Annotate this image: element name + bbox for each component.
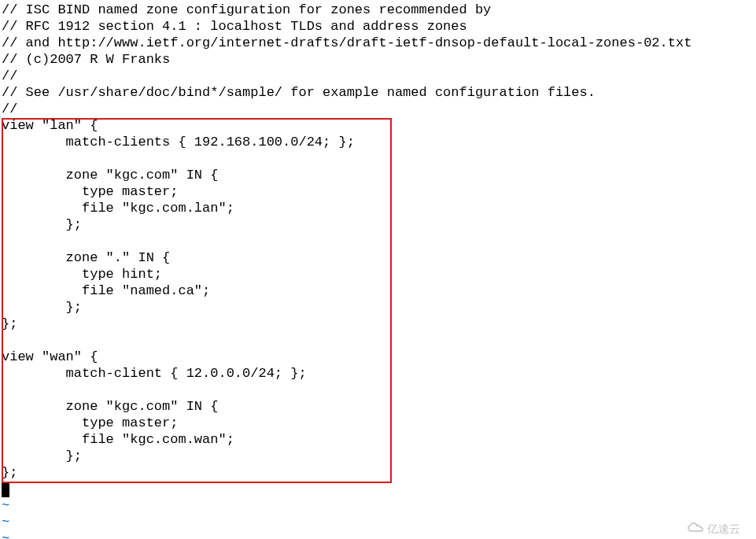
vim-tilde: ~ (0, 514, 756, 530)
vim-tilde: ~ (0, 497, 756, 514)
config-line: }; (2, 465, 17, 480)
config-line: file "named.ca"; (2, 283, 210, 298)
config-line: file "kgc.com.wan"; (2, 432, 234, 447)
vim-tilde: ~ (0, 530, 756, 539)
config-line: }; (2, 316, 17, 331)
cloud-icon (687, 521, 704, 537)
comment-line: // (c)2007 R W Franks (2, 52, 170, 67)
config-line: zone "." IN { (2, 250, 170, 265)
comment-line: // (2, 68, 17, 83)
config-line: match-client { 12.0.0.0/24; }; (2, 366, 307, 381)
comment-line: // See /usr/share/doc/bind*/sample/ for … (2, 85, 596, 100)
config-line: view "wan" { (2, 349, 98, 364)
cursor-icon (2, 482, 9, 497)
config-line: }; (2, 449, 82, 463)
comment-line: // RFC 1912 section 4.1 : localhost TLDs… (2, 19, 467, 34)
config-content[interactable]: view "lan" { match-clients { 192.168.100… (0, 117, 756, 481)
config-line: type master; (2, 184, 178, 199)
config-line: match-clients { 192.168.100.0/24; }; (2, 135, 355, 150)
config-line: }; (2, 217, 82, 232)
config-line: zone "kgc.com" IN { (2, 168, 218, 183)
comment-line: // and http://www.ietf.org/internet-draf… (2, 35, 691, 50)
watermark-text: 亿速云 (707, 521, 740, 537)
config-line: view "lan" { (2, 118, 98, 133)
config-line: type master; (2, 415, 178, 430)
config-line: zone "kgc.com" IN { (2, 399, 218, 414)
comment-header: // ISC BIND named zone configuration for… (0, 0, 756, 117)
comment-line: // (2, 102, 17, 116)
watermark: 亿速云 (687, 521, 740, 537)
config-line: type hint; (2, 267, 162, 282)
config-line: }; (2, 300, 82, 315)
config-line: file "kgc.com.lan"; (2, 201, 234, 216)
comment-line: // ISC BIND named zone configuration for… (2, 2, 491, 17)
